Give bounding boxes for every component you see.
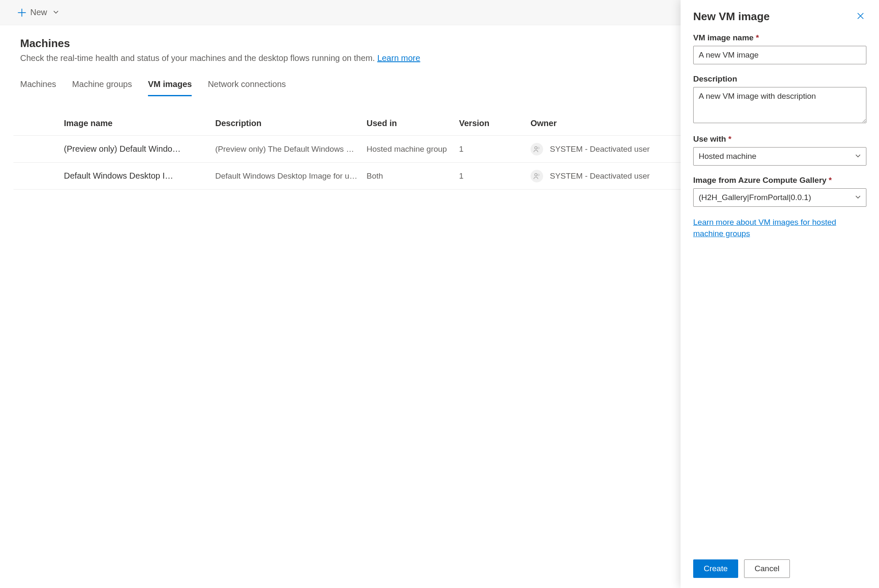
cell-used-in: Hosted machine group [367, 145, 459, 154]
new-button[interactable]: New [18, 8, 59, 17]
panel-title: New VM image [693, 10, 770, 23]
description-label: Description [693, 74, 866, 84]
cell-version: 1 [459, 171, 531, 181]
panel-footer: Create Cancel [693, 551, 866, 578]
field-use-with: Use with Hosted machine [693, 134, 866, 166]
svg-point-3 [538, 174, 539, 176]
cell-owner-text: SYSTEM - Deactivated user [550, 171, 650, 181]
user-icon [531, 143, 543, 156]
col-header-description[interactable]: Description [215, 119, 367, 128]
cancel-button[interactable]: Cancel [744, 559, 790, 578]
tab-vm-images[interactable]: VM images [148, 79, 192, 96]
panel-header: New VM image [693, 10, 866, 23]
cell-image-name: (Preview only) Default Windo… [64, 144, 215, 154]
use-with-value: Hosted machine [699, 152, 756, 161]
plus-icon [18, 8, 26, 17]
svg-point-0 [535, 146, 537, 149]
close-button[interactable] [855, 10, 866, 23]
chevron-down-icon [855, 152, 861, 161]
cell-description: Default Windows Desktop Image for use i… [215, 171, 367, 181]
cell-owner-text: SYSTEM - Deactivated user [550, 145, 650, 154]
svg-point-2 [535, 173, 537, 176]
cell-image-name: Default Windows Desktop I… [64, 171, 215, 181]
vm-image-name-input[interactable] [693, 46, 866, 64]
vm-image-name-label: VM image name [693, 33, 866, 42]
tab-network-connections[interactable]: Network connections [208, 79, 286, 96]
tab-machine-groups[interactable]: Machine groups [72, 79, 132, 96]
field-gallery-image: Image from Azure Compute Gallery (H2H_Ga… [693, 176, 866, 207]
gallery-value: (H2H_Gallery|FromPortal|0.0.1) [699, 193, 811, 202]
use-with-select[interactable]: Hosted machine [693, 147, 866, 166]
page-subtitle-text: Check the real-time health and status of… [20, 53, 377, 63]
description-textarea[interactable] [693, 87, 866, 123]
new-vm-image-panel: New VM image VM image name Description U… [681, 0, 879, 588]
cell-description: (Preview only) The Default Windows Desk… [215, 145, 367, 154]
use-with-label: Use with [693, 134, 866, 144]
close-icon [856, 15, 865, 21]
create-button[interactable]: Create [693, 559, 738, 578]
learn-more-link[interactable]: Learn more [377, 53, 420, 63]
cell-used-in: Both [367, 171, 459, 181]
user-icon [531, 170, 543, 182]
tab-machines[interactable]: Machines [20, 79, 56, 96]
col-header-version[interactable]: Version [459, 119, 531, 128]
field-description: Description [693, 74, 866, 124]
gallery-label: Image from Azure Compute Gallery [693, 176, 866, 185]
svg-point-1 [538, 147, 539, 149]
field-vm-image-name: VM image name [693, 33, 866, 64]
cell-version: 1 [459, 145, 531, 154]
new-button-label: New [30, 8, 47, 17]
chevron-down-icon [855, 193, 861, 202]
chevron-down-icon [53, 8, 59, 17]
learn-more-vm-images-link[interactable]: Learn more about VM images for hosted ma… [693, 217, 866, 239]
gallery-select[interactable]: (H2H_Gallery|FromPortal|0.0.1) [693, 188, 866, 207]
col-header-name[interactable]: Image name [64, 119, 215, 128]
col-header-used-in[interactable]: Used in [367, 119, 459, 128]
